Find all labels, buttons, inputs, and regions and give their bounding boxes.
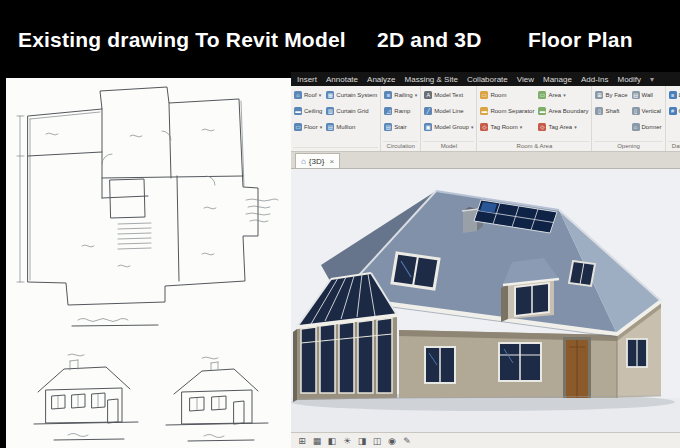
crop-region-icon[interactable]: ◉ [386, 434, 398, 448]
dropdown-arrow-icon: ▾ [563, 92, 566, 98]
front-door [563, 337, 591, 398]
ribbon-panel-label: Datum [668, 141, 680, 151]
banner: Existing drawing To Revit Model 2D and 3… [0, 0, 680, 78]
ribbon-tab-annotate[interactable]: Annotate [326, 75, 358, 84]
view-scale-icon[interactable]: ⊞ [296, 434, 308, 448]
ribbon-button-area-boundary[interactable]: ▬Area Boundary [537, 103, 589, 118]
stair-icon: ▤ [384, 123, 392, 131]
room-separator-icon: ▬ [480, 107, 488, 115]
floor-plan-sketch [17, 87, 278, 305]
ribbon-options-icon[interactable]: ▾ [650, 75, 654, 84]
ribbon-tab-manage[interactable]: Manage [543, 75, 572, 84]
view-tab-3d[interactable]: ⌂ {3D} × [295, 153, 340, 168]
level-icon: ≡ [669, 91, 677, 99]
roof-window [392, 253, 439, 289]
shadows-icon[interactable]: ◨ [356, 434, 368, 448]
ribbon-button-model-line[interactable]: ╱Model Line [423, 103, 474, 118]
dropdown-arrow-icon: ▾ [574, 124, 577, 130]
ribbon: ⌂Roof▾▬Ceiling▭Floor▾▦Curtain System▥Cur… [291, 86, 680, 152]
model-group-icon: ▣ [424, 123, 432, 131]
ribbon-button-curtain-system[interactable]: ▦Curtain System [325, 87, 378, 102]
ribbon-button-tag-room[interactable]: ◇Tag Room▾ [479, 119, 535, 134]
elevation-sketch-right [166, 357, 268, 441]
ribbon-panel-label: Model [423, 141, 474, 151]
dropdown-arrow-icon: ▾ [520, 124, 523, 130]
tag-room-icon: ◇ [480, 123, 488, 131]
sketch-panel [6, 78, 291, 448]
ribbon-tab-add-ins[interactable]: Add-Ins [581, 75, 609, 84]
ribbon-button-shaft[interactable]: ▯Shaft [594, 103, 628, 118]
room-icon: ▭ [480, 91, 488, 99]
right-wall-window [627, 339, 647, 367]
dropdown-arrow-icon: ▾ [320, 124, 323, 130]
dropdown-arrow-icon: ▾ [471, 124, 474, 130]
ribbon-tab-analyze[interactable]: Analyze [367, 75, 395, 84]
view-tab-label: {3D} [309, 157, 325, 166]
shaft-icon: ▯ [595, 107, 603, 115]
ribbon-panel-unnamed: ⌂Roof▾▬Ceiling▭Floor▾▦Curtain System▥Cur… [291, 86, 381, 151]
ribbon-button-curtain-grid[interactable]: ▥Curtain Grid [325, 103, 378, 118]
ribbon-panel-room-area: ▭Room▬Room Separator◇Tag Room▾▭Area▾▬Are… [477, 86, 592, 151]
wall-icon: ▤ [632, 91, 640, 99]
close-view-icon[interactable]: × [329, 157, 334, 166]
ribbon-panel-opening: ⊞By Face▯Shaft▤Wall▯Vertical⌂DormerOpeni… [592, 86, 665, 151]
ribbon-button-ceiling[interactable]: ▬Ceiling [293, 103, 323, 118]
ribbon-tab-insert[interactable]: Insert [297, 75, 317, 84]
ribbon-button-ramp[interactable]: ◿Ramp [383, 103, 418, 118]
revit-window: InsertAnnotateAnalyzeMassing & SiteColla… [291, 72, 680, 448]
dropdown-arrow-icon: ▾ [319, 92, 322, 98]
curtain-grid-icon: ▥ [326, 107, 334, 115]
3d-viewport[interactable] [291, 169, 680, 432]
ribbon-button-wall[interactable]: ▤Wall [631, 87, 663, 102]
ribbon-button-floor[interactable]: ▭Floor▾ [293, 119, 323, 134]
ribbon-panel-model: AModel Text╱Model Line▣Model Group▾Model [421, 86, 477, 151]
mullion-icon: ▤ [326, 123, 334, 131]
front-window-1 [425, 347, 455, 383]
crop-view-icon[interactable]: ◫ [371, 434, 383, 448]
ribbon-button-level[interactable]: ≡Level [668, 87, 680, 102]
ribbon-panel-datum: ≡Level#GridDatum [666, 86, 680, 151]
ceiling-icon: ▬ [294, 107, 302, 115]
ribbon-button-area[interactable]: ▭Area▾ [537, 87, 589, 102]
dormer-icon: ⌂ [632, 123, 640, 131]
ribbon-panel-label: Circulation [383, 141, 418, 151]
ribbon-panel-label [293, 147, 378, 151]
ribbon-button-model-text[interactable]: AModel Text [423, 87, 474, 102]
vertical-icon: ▯ [632, 107, 640, 115]
ramp-icon: ◿ [384, 107, 392, 115]
ribbon-tab-modify[interactable]: Modify [618, 75, 642, 84]
detail-level-icon[interactable]: ▦ [311, 434, 323, 448]
by-face-icon: ⊞ [595, 91, 603, 99]
tag-area-icon: ◇ [538, 123, 546, 131]
reveal-hidden-icon[interactable]: ✎ [401, 434, 413, 448]
ribbon-button-mullion[interactable]: ▤Mullion [325, 119, 378, 134]
ribbon-button-tag-area[interactable]: ◇Tag Area▾ [537, 119, 589, 134]
ribbon-button-room[interactable]: ▭Room [479, 87, 535, 102]
ribbon-tab-view[interactable]: View [517, 75, 534, 84]
ribbon-button-by-face[interactable]: ⊞By Face [594, 87, 628, 102]
ribbon-button-grid[interactable]: #Grid [668, 103, 680, 118]
area-boundary-icon: ▬ [538, 107, 546, 115]
model-text-icon: A [424, 91, 432, 99]
view-tab-bar: ⌂ {3D} × [291, 152, 680, 169]
composite-screenshot: Existing drawing To Revit Model 2D and 3… [0, 0, 680, 448]
ribbon-panel-circulation: ≡Railing▾◿Ramp▤StairCirculation [381, 86, 421, 151]
ribbon-button-model-group[interactable]: ▣Model Group▾ [423, 119, 474, 134]
sun-path-icon[interactable]: ☀ [341, 434, 353, 448]
ribbon-panel-label: Room & Area [479, 141, 589, 151]
ribbon-tab-massing-site[interactable]: Massing & Site [405, 75, 458, 84]
skylight [569, 261, 595, 286]
ribbon-button-dormer[interactable]: ⌂Dormer [631, 119, 663, 134]
ribbon-tab-collaborate[interactable]: Collaborate [467, 75, 508, 84]
banner-title: Existing drawing To Revit Model [18, 28, 346, 52]
plan-caption [72, 319, 158, 327]
ribbon-button-railing[interactable]: ≡Railing▾ [383, 87, 418, 102]
curtain-system-icon: ▦ [326, 91, 334, 99]
visual-style-icon[interactable]: ◧ [326, 434, 338, 448]
ribbon-panel-label: Opening [594, 141, 662, 151]
3d-view-icon: ⌂ [301, 157, 306, 166]
ribbon-button-stair[interactable]: ▤Stair [383, 119, 418, 134]
ribbon-button-roof[interactable]: ⌂Roof▾ [293, 87, 323, 102]
ribbon-button-room-separator[interactable]: ▬Room Separator [479, 103, 535, 118]
ribbon-button-vertical[interactable]: ▯Vertical [631, 103, 663, 118]
